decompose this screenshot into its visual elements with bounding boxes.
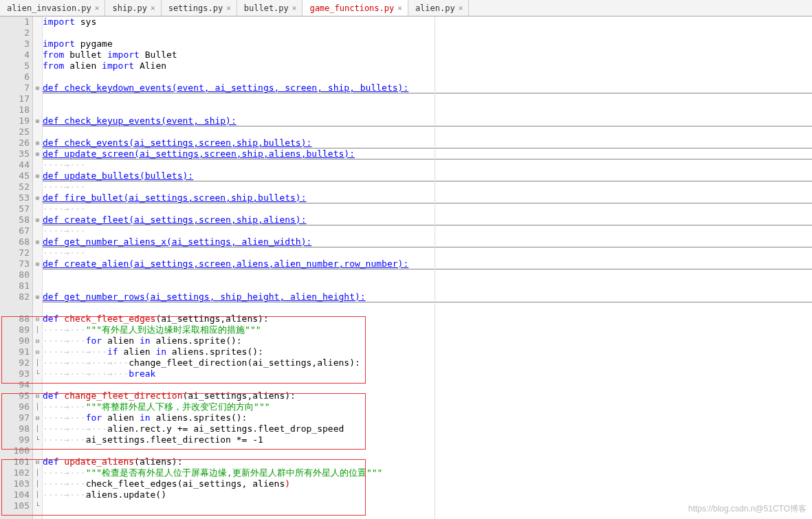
code-line[interactable] — [43, 71, 812, 82]
fold-marker: │ — [33, 489, 42, 500]
fold-marker[interactable]: ⊞ — [33, 291, 42, 302]
code-line[interactable]: import pygame — [43, 38, 812, 49]
code-line[interactable]: def get_number_aliens_x(ai_settings, ali… — [43, 236, 812, 247]
code-line[interactable]: def check_keyup_events(event, ship): — [43, 115, 812, 126]
code-line[interactable]: ····→···"""将整群外星人下移，并改变它们的方向""" — [43, 401, 812, 412]
code-line[interactable]: ····→···for alien in aliens.sprite(): — [43, 335, 812, 346]
fold-marker[interactable]: ⊞ — [33, 170, 42, 181]
line-number: 95 — [0, 390, 30, 401]
code-line[interactable]: def create_alien(ai_settings,screen,alie… — [43, 258, 812, 269]
line-number: 72 — [0, 247, 30, 258]
code-line[interactable]: ····→···aliens.update() — [43, 489, 812, 500]
fold-marker[interactable]: ⊞ — [33, 82, 42, 93]
fold-marker[interactable]: ⊞ — [33, 148, 42, 159]
line-number: 81 — [0, 280, 30, 291]
line-number: 2 — [0, 27, 30, 38]
fold-marker[interactable]: ⊟ — [33, 335, 42, 346]
code-line[interactable] — [43, 93, 812, 104]
code-line[interactable] — [43, 445, 812, 456]
code-line[interactable]: def create_fleet(ai_settings,screen,ship… — [43, 214, 812, 225]
fold-marker[interactable]: ⊞ — [33, 258, 42, 269]
line-number: 99 — [0, 434, 30, 445]
code-line[interactable]: def update_bullets(bullets): — [43, 170, 812, 181]
code-line[interactable] — [43, 302, 812, 313]
fold-marker[interactable]: ⊞ — [33, 192, 42, 203]
fold-marker[interactable]: ⊞ — [33, 214, 42, 225]
code-line[interactable] — [43, 379, 812, 390]
fold-marker — [33, 280, 42, 291]
code-line[interactable]: ····→···→···if alien in aliens.sprites()… — [43, 346, 812, 357]
close-icon[interactable]: ✕ — [397, 3, 402, 12]
code-line[interactable]: from alien import Alien — [43, 60, 812, 71]
close-icon[interactable]: ✕ — [151, 3, 155, 12]
line-number: 91 — [0, 346, 30, 357]
fold-marker — [33, 225, 42, 236]
close-icon[interactable]: ✕ — [459, 3, 463, 12]
fold-marker[interactable]: ⊟ — [33, 346, 42, 357]
line-number: 26 — [0, 137, 30, 148]
code-line[interactable]: def get_number_rows(ai_settings, ship_he… — [43, 291, 812, 302]
tab-bullet-py[interactable]: bullet.py✕ — [237, 0, 303, 16]
fold-marker[interactable]: ⊞ — [33, 115, 42, 126]
code-line[interactable] — [43, 126, 812, 137]
line-number: 80 — [0, 269, 30, 280]
code-line[interactable]: from bullet import Bullet — [43, 49, 812, 60]
code-line[interactable]: ····→···→···→···break — [43, 368, 812, 379]
fold-marker: │ — [33, 401, 42, 412]
line-number: 97 — [0, 412, 30, 423]
fold-marker — [33, 379, 42, 390]
line-number: 96 — [0, 401, 30, 412]
line-number: 19 — [0, 115, 30, 126]
code-line[interactable] — [43, 104, 812, 115]
tab-alien-py[interactable]: alien.py✕ — [408, 0, 469, 16]
fold-marker[interactable]: ⊟ — [33, 412, 42, 423]
tab-label: bullet.py — [244, 3, 289, 13]
code-line[interactable] — [43, 269, 812, 280]
fold-marker — [33, 16, 42, 27]
code-line[interactable]: ····→···"""检查是否有外星人位于屏幕边缘,更新外星人群中所有外星人的位… — [43, 467, 812, 478]
code-line[interactable] — [43, 27, 812, 38]
line-number: 105 — [0, 500, 30, 511]
code-line[interactable]: ····→···"""有外星人到达边缘时采取相应的措施""" — [43, 324, 812, 335]
fold-marker — [33, 203, 42, 214]
code-line[interactable]: ····→···check_fleet_edges(ai_settings, a… — [43, 478, 812, 489]
code-line[interactable]: def update_screen(ai_settings,screen,shi… — [43, 148, 812, 159]
code-line[interactable]: def fire_bullet(ai_settings,screen,ship,… — [43, 192, 812, 203]
fold-marker: │ — [33, 357, 42, 368]
line-number: 52 — [0, 181, 30, 192]
code-line[interactable]: def check_fleet_edges(ai_settings,aliens… — [43, 313, 812, 324]
code-line[interactable]: ····→··· — [43, 247, 812, 258]
code-line[interactable]: ····→···→···alien.rect.y += ai_settings.… — [43, 423, 812, 434]
code-line[interactable]: ····→··· — [43, 159, 812, 170]
code-line[interactable]: def change_fleet_direction(ai_settings,a… — [43, 390, 812, 401]
close-icon[interactable]: ✕ — [292, 3, 297, 12]
tab-label: alien_invasion.py — [7, 3, 91, 13]
code-line[interactable]: ····→··· — [43, 225, 812, 236]
fold-marker[interactable]: ⊟ — [33, 390, 42, 401]
code-line[interactable]: ····→···→···→···change_fleet_direction(a… — [43, 357, 812, 368]
fold-marker — [33, 247, 42, 258]
fold-marker: │ — [33, 423, 42, 434]
code-line[interactable]: def update_aliens(aliens): — [43, 456, 812, 467]
tab-settings-py[interactable]: settings.py✕ — [162, 0, 237, 16]
close-icon[interactable]: ✕ — [226, 3, 231, 12]
fold-marker[interactable]: ⊞ — [33, 236, 42, 247]
code-line[interactable]: ····→··· — [43, 203, 812, 214]
code-line[interactable]: ····→···for alien in aliens.sprites(): — [43, 412, 812, 423]
code-line[interactable]: ····→···ai_settings.fleet_direction *= -… — [43, 434, 812, 445]
close-icon[interactable]: ✕ — [95, 3, 100, 12]
code-area[interactable]: import sysimport pygamefrom bullet impor… — [43, 16, 812, 519]
fold-marker[interactable]: ⊞ — [33, 137, 42, 148]
code-line[interactable]: import sys — [43, 16, 812, 27]
code-line[interactable]: ····→··· — [43, 181, 812, 192]
code-line[interactable]: def check_keydown_events(event, ai_setti… — [43, 82, 812, 93]
fold-marker[interactable]: ⊟ — [33, 456, 42, 467]
tab-ship-py[interactable]: ship.py✕ — [105, 0, 161, 16]
tab-game_functions-py[interactable]: game_functions.py✕ — [303, 0, 408, 16]
code-line[interactable]: def check_events(ai_settings,screen,ship… — [43, 137, 812, 148]
tab-alien_invasion-py[interactable]: alien_invasion.py✕ — [0, 0, 105, 16]
fold-marker: │ — [33, 478, 42, 489]
line-number — [0, 302, 30, 313]
code-line[interactable] — [43, 280, 812, 291]
fold-marker[interactable]: ⊟ — [33, 313, 42, 324]
